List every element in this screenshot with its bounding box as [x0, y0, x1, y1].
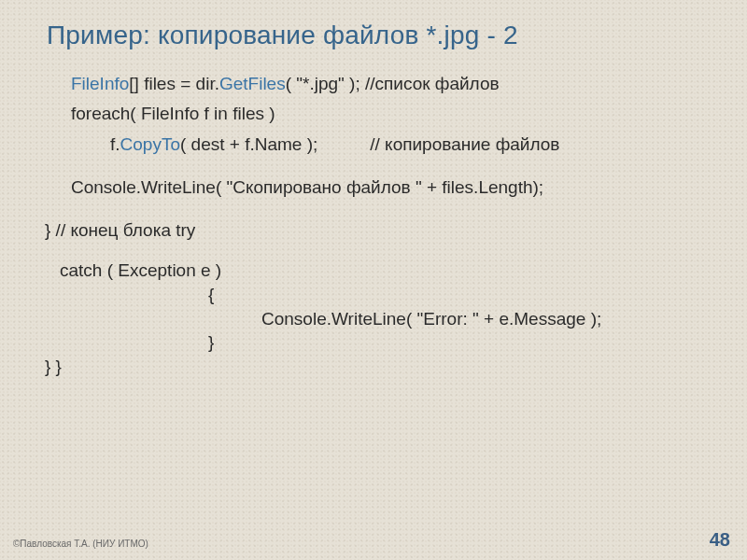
code-line-catch: catch ( Exception e ) [45, 259, 719, 283]
code-line-1: FileInfo[] files = dir.GetFiles( "*.jpg"… [45, 69, 719, 99]
slide-title: Пример: копирование файлов *.jpg - 2 [47, 21, 518, 50]
code-text: f. [110, 134, 120, 154]
slide: Пример: копирование файлов *.jpg - 2 Fil… [0, 0, 747, 560]
code-line-close-brace: } [45, 330, 719, 355]
blank-line [45, 160, 719, 173]
code-line-5: } // конец блока try [45, 216, 719, 245]
code-line-catch-body: Console.WriteLine( "Error: " + e.Message… [45, 307, 719, 331]
page-number: 48 [710, 529, 730, 551]
blank-line [45, 245, 719, 259]
method-getfiles: GetFiles [219, 74, 286, 93]
code-text: ( dest + f.Name ); [180, 134, 317, 154]
method-copyto: CopyTo [120, 134, 180, 154]
code-line-open-brace: { [45, 283, 719, 307]
code-line-3: f.CopyTo( dest + f.Name );// копирование… [45, 130, 719, 160]
code-comment: // копирование файлов [370, 134, 559, 154]
footer-copyright: ©Павловская Т.А. (НИУ ИТМО) [13, 539, 148, 549]
type-fileinfo: FileInfo [71, 74, 129, 93]
blank-line [45, 203, 719, 216]
code-block: FileInfo[] files = dir.GetFiles( "*.jpg"… [45, 69, 719, 379]
code-line-2: foreach( FileInfo f in files ) [45, 99, 719, 129]
code-text: ( "*.jpg" ); //список файлов [286, 74, 500, 93]
code-text: [] files = dir. [129, 74, 219, 93]
code-line-4: Console.WriteLine( "Скопировано файлов "… [45, 173, 719, 203]
code-line-end: } } [45, 355, 719, 379]
